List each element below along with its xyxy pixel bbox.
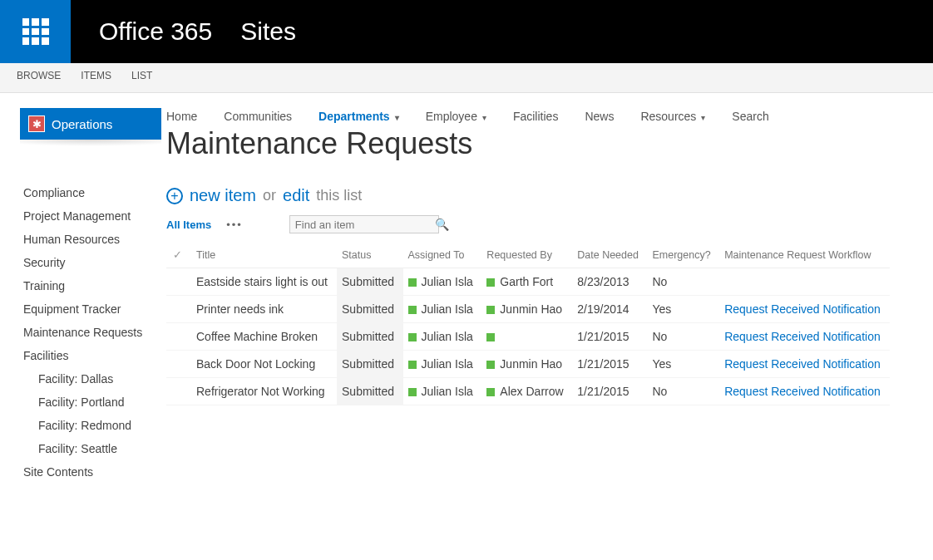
main-column: HomeCommunitiesDepartments▾Employee▾Faci… [166,93,933,484]
table-row[interactable]: Coffee Machine BrokenSubmittedJulian Isl… [166,323,890,351]
topnav-item[interactable]: News [585,110,614,123]
quicklaunch-item[interactable]: Facility: Seattle [20,437,166,460]
quicklaunch-item[interactable]: Security [20,251,166,274]
column-header[interactable]: Assigned To [403,242,482,268]
cell-title[interactable]: Eastside stairs light is out [191,268,337,296]
column-header[interactable]: Requested By [481,242,572,268]
view-all-items[interactable]: All Items [166,219,211,231]
cell-workflow [719,268,890,296]
quicklaunch-item[interactable]: Facility: Redmond [20,414,166,437]
search-input[interactable] [295,219,435,231]
edit-list-link[interactable]: edit [283,186,309,205]
site-logo-tile[interactable]: ✱ Operations [20,108,161,140]
list-actions: + new item or edit this list [166,186,925,205]
top-navigation: HomeCommunitiesDepartments▾Employee▾Faci… [166,110,925,123]
quicklaunch-item[interactable]: Project Management [20,204,166,228]
brand-label: Office 365 [99,17,212,46]
select-all-checkbox[interactable]: ✓ [166,242,191,268]
row-checkbox[interactable] [166,351,191,378]
table-row[interactable]: Printer needs inkSubmittedJulian IslaJun… [166,296,890,323]
ribbon-tab-items[interactable]: ITEMS [81,70,111,92]
plus-icon[interactable]: + [166,188,183,204]
cell-workflow[interactable]: Request Received Notification [719,323,890,351]
quicklaunch-item[interactable]: Facility: Dallas [20,367,166,391]
cell-requested-by[interactable]: Junmin Hao [481,296,572,323]
column-header[interactable]: Title [191,242,337,268]
column-header[interactable]: Status [337,242,403,268]
cell-status: Submitted [337,378,403,405]
row-checkbox[interactable] [166,296,191,323]
row-checkbox[interactable] [166,268,191,296]
cell-workflow[interactable]: Request Received Notification [719,351,890,378]
topnav-item[interactable]: Facilities [513,110,558,123]
topnav-item[interactable]: Search [732,110,768,123]
quicklaunch-item[interactable]: Equipment Tracker [20,297,166,321]
presence-icon [486,278,495,287]
cell-assigned-to[interactable]: Julian Isla [403,323,482,351]
search-icon[interactable]: 🔍 [435,218,449,231]
cell-requested-by[interactable]: Garth Fort [481,268,572,296]
quicklaunch-item[interactable]: Facility: Portland [20,391,166,414]
app-label[interactable]: Sites [240,17,296,46]
topnav-item[interactable]: Communities [224,110,292,123]
cell-emergency: Yes [647,351,719,378]
row-checkbox[interactable] [166,323,191,351]
presence-icon [486,361,495,369]
cell-requested-by[interactable]: Junmin Hao [481,351,572,378]
quicklaunch-item[interactable]: Maintenance Requests [20,321,166,344]
ribbon-tab-browse[interactable]: BROWSE [17,70,61,92]
presence-icon [486,388,495,396]
cell-requested-by[interactable] [481,323,572,351]
column-header[interactable]: Maintenance Request Workflow [719,242,890,268]
suite-bar: Office 365 Sites [0,0,933,63]
topnav-item[interactable]: Departments▾ [318,110,399,123]
cell-title[interactable]: Refrigerator Not Working [191,378,337,405]
cell-title[interactable]: Coffee Machine Broken [191,323,337,351]
quicklaunch-item[interactable]: Training [20,274,166,297]
cell-title[interactable]: Back Door Not Locking [191,351,337,378]
waffle-icon [22,18,49,45]
topnav-item[interactable]: Home [166,110,197,123]
site-title: Operations [52,117,112,131]
cell-workflow[interactable]: Request Received Notification [719,296,890,323]
cell-status: Submitted [337,351,403,378]
list-table: ✓TitleStatusAssigned ToRequested ByDate … [166,242,890,405]
new-item-link[interactable]: new item [190,186,256,205]
table-row[interactable]: Refrigerator Not WorkingSubmittedJulian … [166,378,890,405]
cell-assigned-to[interactable]: Julian Isla [403,268,482,296]
ribbon-tab-list[interactable]: LIST [131,70,152,92]
cell-title[interactable]: Printer needs ink [191,296,337,323]
presence-icon [486,333,495,341]
topnav-item[interactable]: Resources▾ [640,110,705,123]
app-launcher-button[interactable] [0,0,71,63]
column-header[interactable]: Date Needed [572,242,647,268]
cell-emergency: No [647,378,719,405]
cell-workflow[interactable]: Request Received Notification [719,378,890,405]
presence-icon [408,306,417,314]
quicklaunch-item[interactable]: Human Resources [20,228,166,251]
cell-status: Submitted [337,296,403,323]
cell-emergency: Yes [647,296,719,323]
table-row[interactable]: Back Door Not LockingSubmittedJulian Isl… [166,351,890,378]
quicklaunch-item[interactable]: Site Contents [20,460,166,484]
view-ellipsis-icon[interactable]: ••• [226,219,243,231]
topnav-item[interactable]: Employee▾ [426,110,486,123]
left-column: ✱ Operations ComplianceProject Managemen… [0,93,166,484]
table-row[interactable]: Eastside stairs light is outSubmittedJul… [166,268,890,296]
chevron-down-icon: ▾ [482,113,486,122]
cell-emergency: No [647,268,719,296]
cell-assigned-to[interactable]: Julian Isla [403,296,482,323]
row-checkbox[interactable] [166,378,191,405]
page-title: Maintenance Requests [166,126,925,161]
cell-requested-by[interactable]: Alex Darrow [481,378,572,405]
cell-assigned-to[interactable]: Julian Isla [403,351,482,378]
quicklaunch-item[interactable]: Facilities [20,344,166,367]
presence-icon [408,388,417,396]
cell-assigned-to[interactable]: Julian Isla [403,378,482,405]
or-text: or [263,187,276,204]
presence-icon [486,306,495,314]
column-header[interactable]: Emergency? [647,242,719,268]
this-list-text: this list [316,187,362,204]
ribbon: BROWSE ITEMS LIST [0,63,933,93]
quicklaunch-item[interactable]: Compliance [20,181,166,204]
